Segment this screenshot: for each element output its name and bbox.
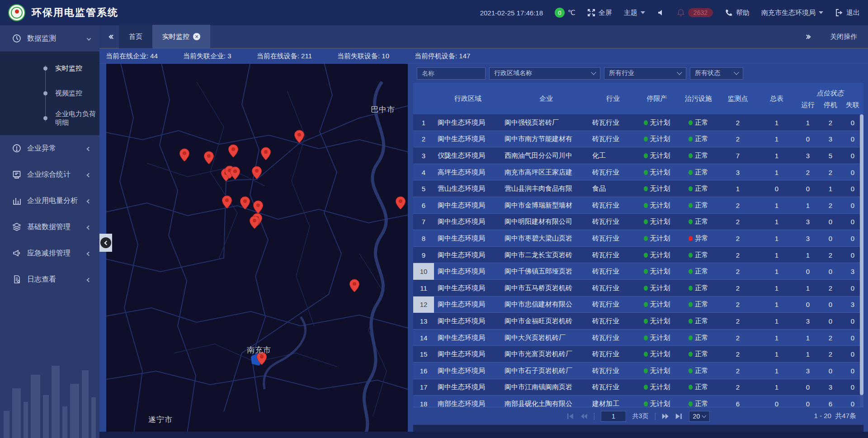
tabs-scroll-right-button[interactable] <box>805 35 810 38</box>
previous-page-button[interactable] <box>580 413 588 419</box>
cell-total-meters: 1 <box>757 135 797 143</box>
table-row[interactable]: 2阆中生态环境局阆中市南方节能建材有砖瓦行业无计划正常21030 <box>413 131 863 148</box>
cell-industry: 砖瓦行业 <box>590 251 636 259</box>
facility-text: 正常 <box>695 251 708 259</box>
table-row[interactable]: 3仪陇生态环境局西南油气田分公司川中化工无计划正常71350 <box>413 147 863 164</box>
table-row[interactable]: 16阆中生态环境局阆中市石子页岩机砖厂砖瓦行业无计划正常21300 <box>413 363 863 379</box>
cell-stopped: 2 <box>819 350 842 358</box>
sidebar-item-label: 数据监测 <box>27 34 56 43</box>
table-row[interactable]: 14阆中生态环境局阆中大兴页岩机砖厂砖瓦行业无计划正常21120 <box>413 330 863 346</box>
cell-limit-status: 无计划 <box>636 367 678 375</box>
close-operations-button[interactable]: 关闭操作 <box>830 33 857 41</box>
org-dropdown[interactable]: 南充市生态环境局 <box>761 9 823 17</box>
close-icon[interactable]: ✕ <box>193 33 200 40</box>
status-filter-select[interactable]: 所有状态 <box>690 67 743 80</box>
map-pin[interactable] <box>349 279 360 292</box>
table-row[interactable]: 11阆中生态环境局阆中市五马桥页岩机砖砖瓦行业无计划正常21120 <box>413 280 863 297</box>
cell-company: 阆中强锐页岩砖厂 <box>502 118 590 127</box>
table-row[interactable]: 9阆中生态环境局阆中市二龙长宝页岩砖砖瓦行业无计划正常21120 <box>413 247 863 264</box>
tab-label: 实时监控 <box>162 33 189 41</box>
table-scrollbar[interactable] <box>860 114 863 407</box>
tab-首页[interactable]: 首页 <box>119 25 152 48</box>
map-pin[interactable] <box>260 147 271 160</box>
cell-facility-status: 正常 <box>678 168 719 177</box>
table-row[interactable]: 10阆中生态环境局阆中千佛镇五郎垭页岩砖瓦行业无计划正常21003 <box>413 263 863 280</box>
sidebar-item-应急减排管理[interactable]: 应急减排管理 <box>0 240 99 266</box>
logout-button[interactable]: 退出 <box>835 9 860 17</box>
map-collapse-handle[interactable] <box>99 234 112 252</box>
table-row[interactable]: 5营山生态环境局营山县润丰肉食品有限食品无计划正常10010 <box>413 180 863 197</box>
pagination-bar: 共3页 20 1 - 20 共47条 <box>413 407 863 425</box>
map-pin[interactable] <box>240 196 250 210</box>
table-row[interactable]: 8阆中生态环境局阆中市枣碧大梁山页岩砖瓦行业无计划异常21300 <box>413 230 863 247</box>
map-pin[interactable] <box>251 166 262 179</box>
limit-text: 无计划 <box>650 267 670 276</box>
sidebar-item-企业异常[interactable]: 企业异常 <box>0 135 99 161</box>
last-page-button[interactable] <box>675 413 683 419</box>
cell-limit-status: 无计划 <box>636 350 678 358</box>
region-filter-select[interactable]: 行政区域名称 <box>489 67 600 80</box>
cell-total-meters: 1 <box>757 235 797 242</box>
sidebar-item-企业综合统计[interactable]: 企业综合统计 <box>0 161 99 188</box>
limit-text: 无计划 <box>650 251 670 259</box>
fullscreen-button[interactable]: 全屏 <box>587 9 612 17</box>
cell-company: 阆中市枣碧大梁山页岩 <box>502 234 590 243</box>
chevron-down-icon <box>87 34 90 42</box>
theme-dropdown[interactable]: 主题 <box>624 9 645 17</box>
notifications[interactable]: 2632 <box>677 8 713 17</box>
map-pin[interactable] <box>222 195 232 209</box>
table-row[interactable]: 6阆中生态环境局阆中市金博瑞新型墙材砖瓦行业无计划正常21120 <box>413 197 863 214</box>
page-number-input[interactable] <box>601 411 626 422</box>
table-row[interactable]: 7阆中生态环境局阆中明阳建材有限公司砖瓦行业无计划正常21300 <box>413 214 863 231</box>
status-dot-green <box>644 170 648 175</box>
cell-monitor-points: 2 <box>719 235 757 242</box>
name-filter-input-field[interactable] <box>422 70 481 77</box>
tabs-scroll-left-button[interactable] <box>109 35 114 38</box>
map-pin[interactable] <box>203 151 214 165</box>
name-filter-input[interactable] <box>417 67 486 80</box>
sidebar-item-企业用电量分析[interactable]: 企业用电量分析 <box>0 188 99 214</box>
app-logo-icon <box>8 4 25 21</box>
table-row[interactable]: 15阆中生态环境局阆中市光富页岩机砖厂砖瓦行业无计划正常21120 <box>413 346 863 363</box>
status-dot-green <box>689 401 693 406</box>
row-number: 15 <box>413 346 434 363</box>
industry-filter-select[interactable]: 所有行业 <box>604 67 686 80</box>
table-row[interactable]: 18南部生态环境局南部县砚化土陶有限公建材加工无计划正常60060 <box>413 396 863 407</box>
column-header-行业: 行业 <box>590 94 636 103</box>
table-row[interactable]: 1阆中生态环境局阆中强锐页岩砖厂砖瓦行业无计划正常21120 <box>413 114 863 131</box>
map-pin[interactable] <box>230 166 241 180</box>
caret-down-icon <box>641 11 645 14</box>
cell-facility-status: 正常 <box>678 201 719 210</box>
map-panel[interactable]: 巴中市南充市遂宁市 <box>106 64 408 432</box>
cell-stopped: 0 <box>819 235 842 242</box>
table-row[interactable]: 13阆中生态环境局阆中市金福旺页岩机砖砖瓦行业无计划正常21300 <box>413 313 863 330</box>
sidebar-subitem-label: 视频监控 <box>55 89 82 98</box>
cell-limit-status: 无计划 <box>636 234 678 243</box>
page-size-select[interactable]: 20 <box>689 411 710 422</box>
sidebar-subitem-企业电力负荷明细[interactable]: 企业电力负荷明细 <box>0 106 99 131</box>
cell-monitor-points: 1 <box>719 185 757 193</box>
map-pin[interactable] <box>395 196 406 210</box>
sidebar: 数据监测实时监控视频监控企业电力负荷明细企业异常企业综合统计企业用电量分析基础数… <box>0 25 99 438</box>
table-row[interactable]: 17阆中生态环境局阆中市江南镇阆南页岩砖瓦行业无计划正常21030 <box>413 379 863 396</box>
sidebar-item-数据监测[interactable]: 数据监测 <box>0 25 99 52</box>
first-page-button[interactable] <box>567 413 574 419</box>
map-pin[interactable] <box>253 200 264 214</box>
sidebar-item-日志查看[interactable]: 日志查看 <box>0 266 99 292</box>
map-pin[interactable] <box>228 144 239 158</box>
limit-text: 无计划 <box>650 168 670 177</box>
table-row[interactable]: 4高坪生态环境局南充市高坪区王家店建砖瓦行业无计划正常31220 <box>413 164 863 181</box>
map-pin[interactable] <box>179 148 190 162</box>
sidebar-subitem-视频监控[interactable]: 视频监控 <box>0 81 99 106</box>
next-page-button[interactable] <box>662 413 669 419</box>
sidebar-subitem-实时监控[interactable]: 实时监控 <box>0 56 99 81</box>
tab-实时监控[interactable]: 实时监控✕ <box>152 25 210 48</box>
map-pin[interactable] <box>294 130 305 143</box>
map-pin[interactable] <box>249 216 260 229</box>
mute-button[interactable] <box>657 9 665 17</box>
table-row[interactable]: 12阆中生态环境局阆中市忠信建材有限公砖瓦行业无计划正常21003 <box>413 297 863 313</box>
help-button[interactable]: 帮助 <box>725 9 750 17</box>
sidebar-item-基础数据管理[interactable]: 基础数据管理 <box>0 214 99 240</box>
scrollbar-thumb[interactable] <box>860 114 863 395</box>
row-number: 17 <box>413 379 434 396</box>
